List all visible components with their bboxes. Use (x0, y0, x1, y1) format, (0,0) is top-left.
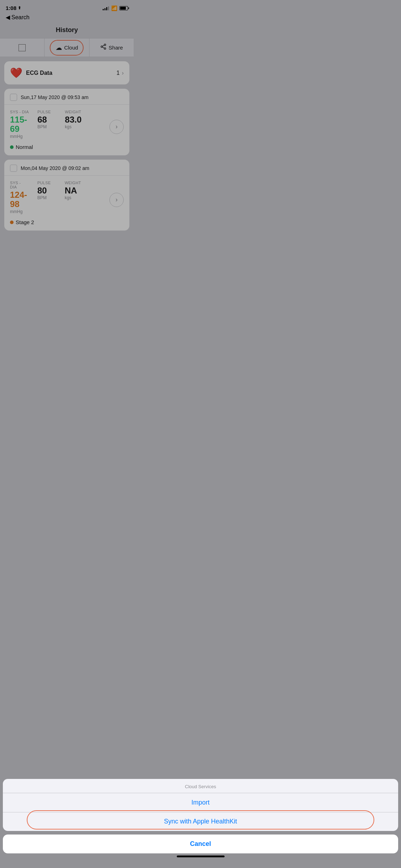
modal-overlay (0, 0, 134, 289)
